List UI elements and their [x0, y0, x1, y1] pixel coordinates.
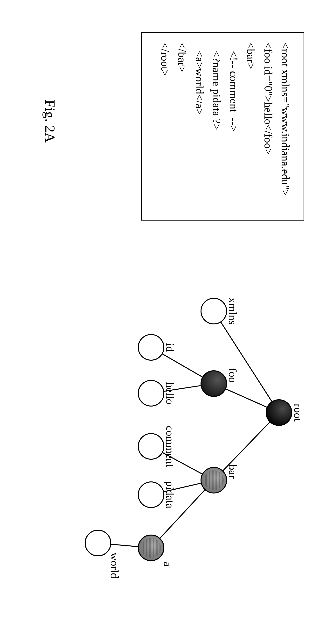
tree-label-a: a [161, 562, 174, 566]
figure-caption: Fig. 2A [42, 32, 58, 612]
tree-node-foo [201, 370, 227, 397]
tree-node-bar [201, 467, 227, 494]
tree-label-bar: bar [226, 464, 239, 479]
tree-node-root [266, 399, 292, 426]
tree-label-id: id [164, 343, 176, 352]
page-rotated-container: <root xmlns="www.indiana.edu"> <foo id="… [15, 32, 304, 612]
tree-label-world: world [108, 553, 121, 578]
tree-label-root: root [292, 404, 304, 422]
tree-node-hello [138, 380, 164, 406]
svg-line-1 [226, 389, 267, 407]
svg-line-8 [111, 544, 138, 547]
tree-label-hello: hello [164, 382, 176, 404]
tree-label-pidata: pidata [164, 481, 176, 508]
tree-diagram: rootxmlnsfoobaridhellocommentpidataaworl… [87, 240, 304, 590]
tree-label-foo: foo [226, 368, 239, 383]
content-row: <root xmlns="www.indiana.edu"> <foo id="… [87, 32, 304, 612]
tree-label-xmlns: xmlns [226, 298, 239, 325]
tree-node-comment [138, 433, 164, 460]
tree-node-xmlns [201, 298, 227, 324]
tree-node-pidata [138, 482, 164, 508]
svg-line-3 [163, 354, 202, 377]
svg-line-2 [223, 422, 270, 471]
tree-node-a [138, 534, 164, 561]
tree-node-world [85, 530, 111, 556]
svg-line-0 [221, 322, 272, 401]
tree-label-comment: comment [164, 426, 176, 467]
xml-code-box: <root xmlns="www.indiana.edu"> <foo id="… [141, 32, 304, 220]
tree-node-id [138, 334, 164, 361]
